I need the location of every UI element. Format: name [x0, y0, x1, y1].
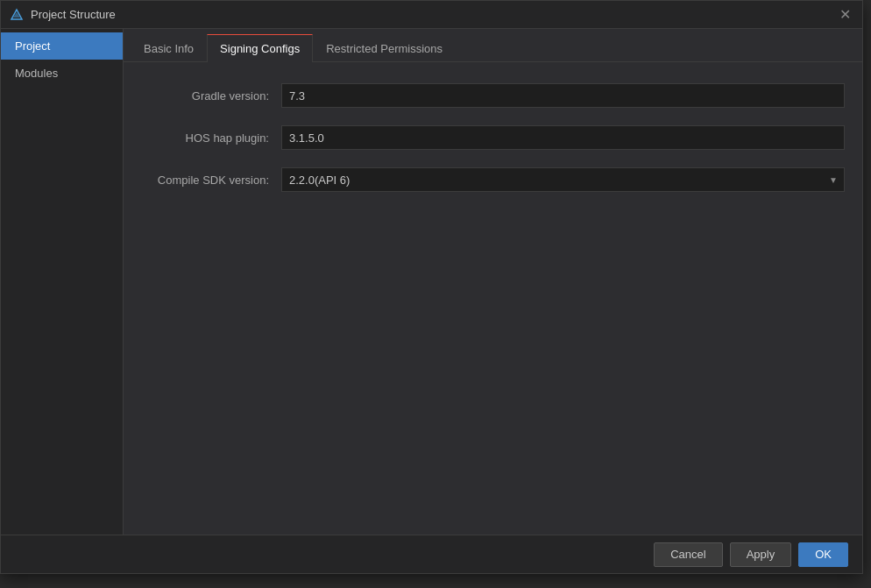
close-button[interactable]: ✕: [836, 6, 853, 24]
apply-button[interactable]: Apply: [730, 542, 792, 567]
overlay: Project Structure ✕ Project Modules Basi…: [0, 0, 871, 588]
gradle-input[interactable]: [281, 83, 845, 108]
tabs-bar: Basic Info Signing Configs Restricted Pe…: [124, 29, 862, 62]
main-content: Basic Info Signing Configs Restricted Pe…: [124, 29, 862, 535]
tab-restricted-permissions[interactable]: Restricted Permissions: [313, 34, 456, 62]
sdk-select[interactable]: 2.2.0(API 6) 2.1.0(API 5) 2.0.0(API 4): [281, 167, 845, 192]
dialog: Project Structure ✕ Project Modules Basi…: [0, 0, 863, 574]
gradle-row: Gradle version:: [141, 83, 845, 108]
dialog-title: Project Structure: [31, 8, 116, 21]
hap-input[interactable]: [281, 125, 845, 150]
tab-basic-info[interactable]: Basic Info: [131, 34, 207, 62]
dialog-footer: Cancel Apply OK: [1, 535, 862, 573]
sidebar: Project Modules: [1, 29, 124, 535]
ok-button[interactable]: OK: [798, 542, 848, 567]
sdk-row: Compile SDK version: 2.2.0(API 6) 2.1.0(…: [141, 167, 845, 192]
cancel-button[interactable]: Cancel: [654, 542, 722, 567]
gradle-label: Gradle version:: [141, 89, 281, 103]
hap-label: HOS hap plugin:: [141, 131, 281, 145]
hap-row: HOS hap plugin:: [141, 125, 845, 150]
dialog-body: Project Modules Basic Info Signing Confi…: [1, 29, 862, 535]
app-icon: [10, 8, 24, 22]
sdk-select-wrapper: 2.2.0(API 6) 2.1.0(API 5) 2.0.0(API 4) ▼: [281, 167, 845, 192]
tab-content: Gradle version: HOS hap plugin: Compile …: [124, 62, 862, 535]
sidebar-item-project[interactable]: Project: [1, 32, 123, 60]
title-bar: Project Structure ✕: [1, 1, 862, 29]
sdk-label: Compile SDK version:: [141, 174, 281, 187]
title-bar-left: Project Structure: [10, 8, 116, 22]
sidebar-item-modules[interactable]: Modules: [1, 60, 123, 87]
tab-signing-configs[interactable]: Signing Configs: [207, 34, 313, 62]
